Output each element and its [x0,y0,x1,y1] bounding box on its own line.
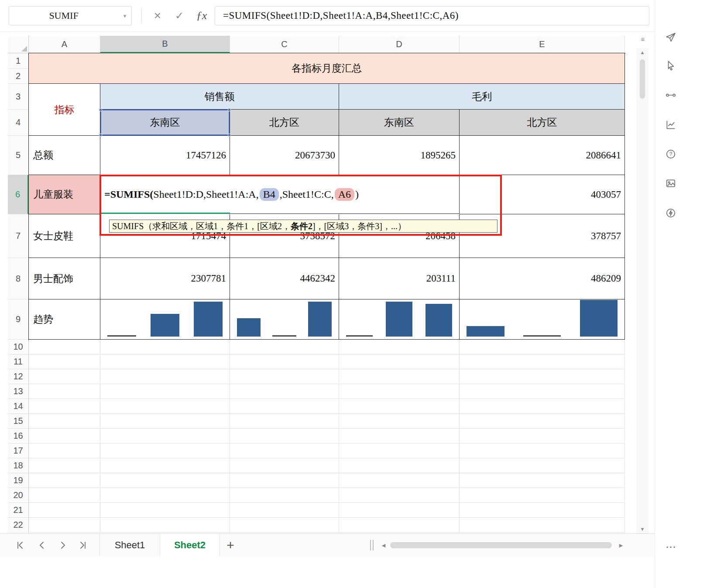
scroll-right-icon[interactable]: ▶ [617,541,625,549]
sparkline-bar [151,314,179,337]
cell-title[interactable]: 各指标月度汇总 [29,53,625,84]
cell-C4[interactable]: 北方区 [230,110,339,136]
row-header-11[interactable]: 11 [8,354,29,369]
formula-bar-toggle-icon[interactable]: ≡ [637,34,649,45]
gridline [29,502,625,503]
sparkline-bar [580,300,618,337]
add-sheet-button[interactable]: + [222,534,239,556]
cell-E5[interactable]: 2086641 [460,136,625,175]
row-header-18[interactable]: 18 [8,458,29,473]
row-header-9[interactable]: 9 [8,299,29,340]
formula-input[interactable]: =SUMIFS(Sheet1!D:D,Sheet1!A:A,B4,Sheet1!… [215,6,649,25]
column-header-C[interactable]: C [230,36,339,53]
spreadsheet-app: SUMIF ▾ × ✓ ƒx =SUMIFS(Sheet1!D:D,Sheet1… [0,0,724,588]
cell-E8[interactable]: 486209 [460,258,625,299]
next-sheet-button[interactable] [54,536,72,554]
row-header-17[interactable]: 17 [8,444,29,458]
cell-D8[interactable]: 203111 [339,258,460,299]
sparkline-bar [346,335,373,337]
cell-E9-sparkline[interactable] [460,299,625,340]
horizontal-scrollbar[interactable]: ◀ ▶ [379,534,626,556]
connector-icon[interactable] [662,86,679,104]
column-header-E[interactable]: E [460,36,625,53]
last-sheet-button[interactable] [74,536,92,554]
tab-sheet2-active[interactable]: Sheet2 [160,534,220,556]
tab-area-resize-handle[interactable] [370,540,375,550]
horizontal-scrollbar-thumb[interactable] [390,542,612,548]
gridline [29,384,625,384]
cancel-button[interactable]: × [148,6,168,25]
first-sheet-button[interactable] [11,536,29,554]
gridline [29,488,625,488]
name-box[interactable]: SUMIF ▾ [9,6,132,25]
scroll-down-icon[interactable]: ▼ [636,525,649,533]
tab-sheet1[interactable]: Sheet1 [100,534,160,556]
column-header-D[interactable]: D [339,36,460,53]
cell-A9[interactable]: 趋势 [29,299,100,340]
scroll-up-icon[interactable]: ▲ [636,48,649,57]
previous-sheet-button[interactable] [33,536,51,554]
sparkline-bar [523,335,561,337]
chart-analysis-icon[interactable] [662,116,679,134]
smart-image-icon[interactable] [662,175,679,192]
cell-B8[interactable]: 2307781 [100,258,230,299]
row-header-3[interactable]: 3 [8,84,29,110]
name-box-caret-icon[interactable]: ▾ [118,13,131,19]
cell-D9-sparkline[interactable] [339,299,460,340]
sparkline-D [339,299,459,339]
vertical-scrollbar-thumb[interactable] [640,59,645,99]
cell-E6[interactable]: 403057 [460,175,625,214]
sparkline-bar [272,335,296,337]
row-header-22[interactable]: 22 [8,518,29,533]
cell-editor-B6[interactable]: =SUMIFS( Sheet1!D:D,Sheet1!A:A, B4 ,Shee… [101,175,460,214]
vertical-scrollbar[interactable]: ▲ ▼ [636,48,649,533]
cell-group-profit[interactable]: 毛利 [339,84,625,110]
cell-B4-referenced[interactable]: 东南区 [100,110,230,136]
cell-indicator-header[interactable]: 指标 [29,84,100,136]
cell-B9-sparkline[interactable] [100,299,230,340]
confirm-button[interactable]: ✓ [169,6,189,25]
cell-E4[interactable]: 北方区 [460,110,625,136]
sparkline-B [100,299,230,339]
row-header-15[interactable]: 15 [8,414,29,429]
formula-bar: SUMIF ▾ × ✓ ƒx =SUMIFS(Sheet1!D:D,Sheet1… [0,0,655,32]
help-icon[interactable]: ? [662,145,679,163]
gridline [230,340,230,533]
row-header-2[interactable]: 2 [8,69,29,84]
selection-handle [99,108,102,111]
cell-A8[interactable]: 男士配饰 [29,258,100,299]
scroll-left-icon[interactable]: ◀ [380,541,388,549]
row-header-10[interactable]: 10 [8,340,29,354]
row-header-7[interactable]: 7 [8,214,29,258]
column-header-A[interactable]: A [29,36,100,53]
row-header-14[interactable]: 14 [8,399,29,414]
share-icon[interactable] [662,29,679,46]
row-header-19[interactable]: 19 [8,473,29,488]
cell-D4[interactable]: 东南区 [339,110,460,136]
cell-group-sales[interactable]: 销售额 [100,84,339,110]
row-header-6[interactable]: 6 [8,175,29,214]
row-header-4[interactable]: 4 [8,110,29,136]
cell-A7[interactable]: 女士皮鞋 [29,214,100,258]
row-header-16[interactable]: 16 [8,429,29,444]
row-header-8[interactable]: 8 [8,258,29,299]
cell-D5[interactable]: 1895265 [339,136,460,175]
select-all-corner[interactable] [8,36,29,53]
row-header-20[interactable]: 20 [8,488,29,503]
cell-C5[interactable]: 20673730 [230,136,339,175]
cell-C8[interactable]: 4462342 [230,258,339,299]
select-cursor-icon[interactable] [662,57,679,74]
row-header-1[interactable]: 1 [8,53,29,69]
cell-C9-sparkline[interactable] [230,299,339,340]
row-header-13[interactable]: 13 [8,384,29,399]
cell-A6-referenced[interactable]: 儿童服装 [29,175,100,214]
row-header-21[interactable]: 21 [8,503,29,518]
row-header-12[interactable]: 12 [8,369,29,384]
insert-function-button[interactable]: ƒx [191,6,212,25]
energy-icon[interactable] [662,204,679,222]
cell-B5[interactable]: 17457126 [100,136,230,175]
row-header-5[interactable]: 5 [8,136,29,175]
column-header-B[interactable]: B [100,36,230,53]
cell-A5[interactable]: 总额 [29,136,100,175]
more-options-icon[interactable]: ⋯ [662,538,679,556]
